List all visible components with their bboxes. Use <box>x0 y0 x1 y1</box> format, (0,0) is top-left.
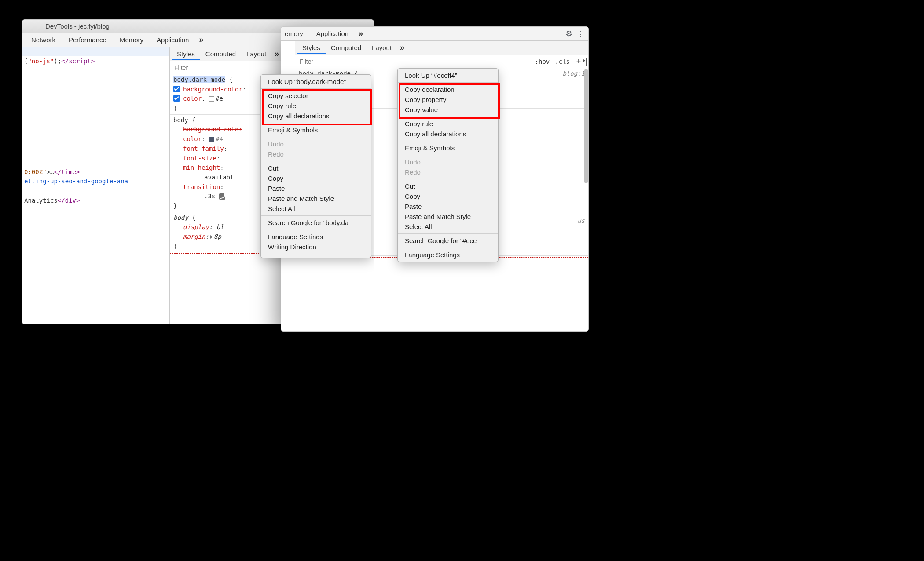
tab-application[interactable]: Application <box>310 28 355 39</box>
css-prop[interactable]: margin <box>183 233 205 240</box>
css-prop[interactable]: font-size <box>183 155 216 162</box>
menu-copy-value[interactable]: Copy value <box>398 105 498 115</box>
elements-panel[interactable]: ("no-js");</script> 0:00Z">…</time> etti… <box>22 47 170 324</box>
tab-computed[interactable]: Computed <box>326 41 367 54</box>
menu-copy-all-declarations[interactable]: Copy all declarations <box>398 129 498 139</box>
menu-separator <box>398 179 498 179</box>
menu-cut[interactable]: Cut <box>261 163 371 173</box>
menu-separator <box>261 161 371 161</box>
expand-icon[interactable] <box>210 235 213 239</box>
menu-separator <box>398 155 498 155</box>
css-prop[interactable]: min-height <box>183 164 220 171</box>
scrollbar-thumb[interactable] <box>584 69 588 183</box>
tab-layout[interactable]: Layout <box>241 47 271 60</box>
menu-separator <box>398 82 498 83</box>
selected-element-bar[interactable] <box>22 47 169 56</box>
menu-select-all[interactable]: Select All <box>261 204 371 214</box>
main-toolbar: emory Application <box>281 27 588 41</box>
more-tabs-icon[interactable] <box>356 28 366 39</box>
tab-performance[interactable]: Performance <box>62 34 113 45</box>
menu-paste-match[interactable]: Paste and Match Style <box>398 211 498 222</box>
menu-emoji[interactable]: Emoji & Symbols <box>261 125 371 135</box>
plus-icon[interactable] <box>573 56 584 67</box>
more-styles-tabs-icon[interactable] <box>397 43 407 53</box>
rule-source[interactable]: us <box>577 216 585 226</box>
menu-separator <box>398 141 498 141</box>
tab-styles[interactable]: Styles <box>297 41 326 54</box>
divider <box>559 30 559 38</box>
checkbox-icon[interactable] <box>173 95 180 102</box>
tab-computed[interactable]: Computed <box>200 47 241 60</box>
elements-link[interactable]: etting-up-seo-and-google-ana <box>24 178 128 185</box>
tab-network[interactable]: Network <box>25 34 62 45</box>
css-prop[interactable]: background-color <box>183 126 242 133</box>
gear-icon[interactable] <box>564 29 574 39</box>
css-prop[interactable]: background-color <box>183 86 242 93</box>
tab-memory[interactable]: Memory <box>114 34 150 45</box>
menu-undo: Undo <box>398 157 498 167</box>
menu-select-all[interactable]: Select All <box>398 222 498 232</box>
menu-undo: Undo <box>261 139 371 149</box>
hov-toggle[interactable]: :hov <box>533 58 552 65</box>
cls-toggle[interactable]: .cls <box>553 58 572 65</box>
more-tabs-icon[interactable] <box>196 34 206 45</box>
menu-separator <box>261 88 371 89</box>
menu-separator <box>398 117 498 117</box>
tab-application[interactable]: Application <box>150 34 195 45</box>
menu-lookup[interactable]: Look Up “#eceff4” <box>398 70 498 80</box>
css-prop[interactable]: color <box>183 135 202 142</box>
menu-emoji[interactable]: Emoji & Symbols <box>398 143 498 153</box>
tab-layout[interactable]: Layout <box>367 41 397 54</box>
menu-cut[interactable]: Cut <box>398 181 498 191</box>
filter-row: :hov .cls <box>295 55 588 68</box>
menu-redo: Redo <box>261 149 371 159</box>
checkbox-icon[interactable] <box>173 86 180 92</box>
menu-copy-property[interactable]: Copy property <box>398 95 498 105</box>
menu-search-google[interactable]: Search Google for “#ece <box>398 236 498 246</box>
menu-language-settings[interactable]: Language Settings <box>398 250 498 260</box>
menu-separator <box>261 123 371 123</box>
menu-language-settings[interactable]: Language Settings <box>261 232 371 242</box>
kebab-icon[interactable] <box>575 29 586 39</box>
menu-paste[interactable]: Paste <box>398 201 498 211</box>
window-title: DevTools - jec.fyi/blog <box>45 22 110 30</box>
filter-input[interactable] <box>297 58 532 65</box>
menu-copy-rule[interactable]: Copy rule <box>398 119 498 129</box>
menu-copy-selector[interactable]: Copy selector <box>261 91 371 101</box>
menu-writing-direction[interactable]: Writing Direction <box>261 242 371 252</box>
menu-copy-rule[interactable]: Copy rule <box>261 101 371 111</box>
css-prop[interactable]: transition <box>183 183 220 190</box>
menu-paste[interactable]: Paste <box>261 183 371 193</box>
selector-selected[interactable]: body.dark-mode <box>173 76 225 83</box>
menu-separator <box>261 137 371 137</box>
menu-search-google[interactable]: Search Google for “body.da <box>261 218 371 228</box>
menu-copy-all-declarations[interactable]: Copy all declarations <box>261 111 371 121</box>
menu-redo: Redo <box>398 167 498 177</box>
menu-copy-declaration[interactable]: Copy declaration <box>398 84 498 95</box>
css-selector[interactable]: body <box>173 214 188 221</box>
context-menu: Look Up “#eceff4” Copy declaration Copy … <box>397 68 499 262</box>
color-swatch-icon[interactable] <box>209 96 214 102</box>
menu-separator <box>398 248 498 248</box>
menu-copy[interactable]: Copy <box>398 191 498 201</box>
menu-separator <box>261 215 371 216</box>
tab-memory[interactable]: emory <box>284 28 309 39</box>
menu-separator <box>261 254 371 254</box>
context-menu: Look Up “body.dark-mode” Copy selector C… <box>260 74 371 258</box>
menu-lookup[interactable]: Look Up “body.dark-mode” <box>261 76 371 87</box>
menu-separator <box>398 233 498 234</box>
css-prop[interactable]: display <box>183 223 209 230</box>
styles-tabs: Styles Computed Layout <box>295 41 588 55</box>
menu-separator <box>261 230 371 230</box>
css-selector[interactable]: body <box>173 117 188 124</box>
css-prop[interactable]: font-family <box>183 145 224 152</box>
toggle-pane-icon[interactable] <box>586 58 587 65</box>
tab-styles[interactable]: Styles <box>172 47 200 60</box>
rule-source[interactable]: blog:1 <box>562 69 585 79</box>
time-attr: 0:00Z" <box>24 168 47 175</box>
menu-copy[interactable]: Copy <box>261 173 371 183</box>
bezier-icon[interactable] <box>219 193 225 200</box>
color-swatch-icon[interactable] <box>209 137 214 142</box>
menu-paste-match[interactable]: Paste and Match Style <box>261 193 371 204</box>
css-prop[interactable]: color <box>183 95 202 102</box>
